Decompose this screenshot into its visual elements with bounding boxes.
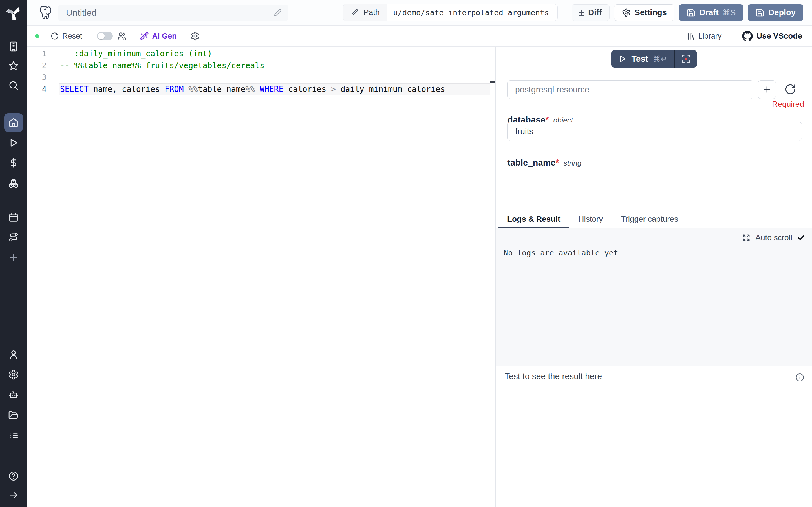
windmill-logo-icon[interactable] [6, 6, 21, 20]
tab-trigger-captures[interactable]: Trigger captures [612, 210, 687, 228]
expand-logs-icon[interactable] [742, 233, 751, 242]
reset-label: Reset [62, 32, 82, 41]
add-resource-button[interactable] [758, 80, 776, 99]
database-placeholder: postgresql resource [515, 85, 589, 94]
run-panel: Test ⌘↵ database* object postgresql reso… [496, 47, 812, 507]
help-icon[interactable] [8, 471, 19, 482]
database-input[interactable]: postgresql resource [507, 80, 753, 99]
auto-scroll-label[interactable]: Auto scroll [755, 233, 792, 242]
sidebar-divider [0, 99, 27, 100]
table-name-required-star: * [556, 158, 559, 168]
path-label-section: Path [343, 4, 387, 20]
flows-route-icon[interactable] [8, 232, 19, 242]
ai-gen-button[interactable]: AI Gen [140, 32, 177, 41]
collaborators-users-icon[interactable] [117, 31, 127, 41]
editor-toolbar: Reset AI Gen Library Use VScode [27, 25, 812, 47]
info-icon [795, 373, 805, 382]
draft-button-label: Draft [700, 8, 719, 17]
code-line[interactable]: -- %%table_name%% fruits/vegetables/cere… [60, 60, 490, 71]
save-icon [687, 8, 696, 17]
tab-history[interactable]: History [569, 210, 612, 228]
logs-panel: Auto scroll No logs are available yet [496, 228, 812, 366]
workspace-building-icon[interactable] [8, 41, 19, 52]
resources-cubes-icon[interactable] [8, 178, 19, 189]
folders-icon[interactable] [8, 410, 19, 420]
line-number: 1 [27, 48, 57, 60]
edit-pencil-icon[interactable] [273, 8, 283, 17]
expand-sidebar-arrow-icon[interactable] [8, 490, 18, 500]
plus-minus-icon: ± [579, 8, 585, 17]
toggle-knob [98, 33, 105, 40]
code-editor[interactable]: 1234 -- :daily_minimum_calories (int)-- … [27, 47, 495, 507]
auto-scroll-check-icon[interactable] [797, 233, 805, 242]
account-user-icon[interactable] [8, 349, 19, 360]
path-pencil-icon [350, 8, 359, 17]
use-vscode-button[interactable]: Use VScode [742, 31, 802, 42]
audit-logs-list-icon[interactable] [8, 430, 19, 441]
code-area[interactable]: -- :daily_minimum_calories (int)-- %%tab… [60, 48, 490, 95]
reset-refresh-icon [50, 32, 59, 40]
path-label: Path [363, 8, 380, 17]
settings-button-label: Settings [635, 8, 667, 17]
left-sidebar [0, 0, 27, 507]
status-dot [35, 34, 39, 38]
use-vscode-label: Use VScode [756, 32, 802, 41]
deploy-button[interactable]: Deploy [748, 4, 803, 21]
diff-button[interactable]: ± Diff [571, 4, 610, 21]
usage-dollar-icon[interactable] [8, 158, 19, 168]
test-button-group: Test ⌘↵ [611, 50, 697, 68]
editor-settings-gear-icon[interactable] [190, 31, 200, 41]
refresh-icon [784, 83, 796, 95]
save-icon [755, 8, 764, 17]
test-button-label: Test [631, 54, 648, 64]
required-message: Required [772, 100, 804, 109]
diff-button-label: Diff [588, 8, 602, 17]
favorites-star-icon[interactable] [8, 60, 19, 71]
table-name-field-name: table_name [507, 158, 556, 168]
code-line[interactable]: SELECT name, calories FROM %%table_name%… [60, 83, 490, 95]
settings-gear-icon[interactable] [8, 369, 19, 380]
test-button-shortcut: ⌘↵ [653, 54, 667, 64]
path-value[interactable]: u/demo/safe_interpolated_arguments [387, 4, 558, 20]
result-hint: Test to see the result here [505, 372, 602, 381]
script-title-value: Untitled [66, 8, 273, 18]
collab-toggle[interactable] [97, 32, 113, 40]
library-button[interactable]: Library [686, 31, 722, 41]
table-name-field-label-row: table_name* string [507, 158, 581, 168]
settings-gear-icon [622, 8, 631, 17]
ai-gen-label: AI Gen [152, 32, 177, 41]
refresh-resources-button[interactable] [784, 83, 796, 95]
result-info-icon[interactable] [795, 373, 805, 382]
home-icon [8, 117, 19, 128]
code-line[interactable] [60, 71, 490, 83]
code-line[interactable]: -- :daily_minimum_calories (int) [60, 48, 490, 60]
runs-play-icon[interactable] [8, 137, 19, 148]
draft-button[interactable]: Draft ⌘S [679, 4, 743, 21]
reset-button[interactable]: Reset [50, 32, 82, 41]
search-icon[interactable] [8, 80, 19, 91]
tab-logs-result[interactable]: Logs & Result [498, 210, 569, 228]
postgresql-icon [39, 5, 54, 20]
line-number-gutter: 1234 [27, 48, 57, 95]
result-panel: Test to see the result here [496, 366, 812, 507]
top-bar: Untitled Path u/demo/safe_interpolated_a… [27, 0, 812, 25]
capture-test-button[interactable] [675, 50, 697, 68]
line-number: 2 [27, 60, 57, 71]
table-name-input[interactable]: fruits [507, 122, 802, 141]
schedules-calendar-icon[interactable] [8, 212, 19, 223]
magic-wand-icon [140, 32, 149, 41]
script-title-input[interactable]: Untitled [58, 4, 288, 21]
line-number: 4 [27, 83, 57, 95]
sidebar-item-home[interactable] [4, 113, 23, 132]
library-icon [686, 31, 695, 41]
settings-button[interactable]: Settings [614, 4, 674, 21]
play-icon [618, 54, 627, 63]
test-button[interactable]: Test ⌘↵ [611, 50, 675, 68]
path-box[interactable]: Path u/demo/safe_interpolated_arguments [343, 4, 558, 21]
deploy-button-label: Deploy [768, 8, 796, 17]
workers-robot-icon[interactable] [8, 390, 19, 400]
draft-shortcut: ⌘S [723, 8, 736, 17]
add-plus-icon[interactable] [8, 252, 18, 263]
plus-icon [762, 85, 772, 94]
tab-logs-result-label: Logs & Result [507, 215, 560, 224]
